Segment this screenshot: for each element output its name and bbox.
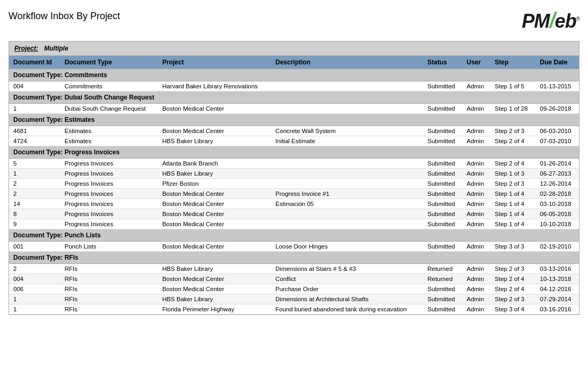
cell-step: Step 1 of 4	[491, 219, 536, 229]
cell-description	[271, 104, 423, 114]
cell-due-date: 06-27-2013	[536, 169, 579, 179]
cell-project: Boston Medical Center	[158, 199, 271, 209]
cell-project: Boston Medical Center	[158, 219, 271, 229]
cell-project: HBS Baker Library	[158, 169, 271, 179]
col-step: Step	[491, 56, 536, 69]
cell-doc-type: Progress Invoices	[60, 179, 158, 189]
cell-doc-id: 1	[9, 304, 60, 315]
cell-description: Progress Invoice #1	[271, 189, 423, 199]
cell-doc-id: 1	[9, 294, 60, 304]
cell-user: Admin	[463, 304, 491, 315]
cell-status: Submitted	[423, 209, 463, 219]
cell-doc-type: RFIs	[60, 284, 158, 294]
col-doc-id: Document Id	[9, 56, 60, 69]
table-row[interactable]: 1Progress InvoicesHBS Baker LibrarySubmi…	[9, 169, 579, 179]
workflow-table: Document Id Document Type Project Descri…	[9, 56, 579, 315]
cell-due-date: 09-26-2018	[536, 104, 579, 114]
cell-due-date: 04-12-2016	[536, 284, 579, 294]
table-row[interactable]: 5Progress InvoicesAtlanta Bank BranchSub…	[9, 159, 579, 169]
cell-due-date: 03-13-2016	[536, 264, 579, 274]
cell-project: Pfizer Boston	[158, 179, 271, 189]
cell-user: Admin	[463, 209, 491, 219]
cell-doc-id: 004	[9, 81, 60, 92]
col-status: Status	[423, 56, 463, 69]
table-row[interactable]: 1RFIsHBS Baker LibraryDimensions at Arch…	[9, 294, 579, 304]
cell-user: Admin	[463, 242, 491, 252]
cell-step: Step 2 of 3	[491, 179, 536, 189]
cell-doc-type: Estimates	[60, 136, 158, 146]
section-header-row: Document Type: Dubai South Change Reques…	[9, 92, 579, 104]
section-header-label: Document Type: Commitments	[9, 69, 579, 81]
cell-status: Submitted	[423, 304, 463, 315]
table-row[interactable]: 004CommitmentsHarvard Baker Library Reno…	[9, 81, 579, 92]
table-row[interactable]: 4724EstimatesHBS Baker LibraryInitial Es…	[9, 136, 579, 146]
cell-doc-type: Commitments	[60, 81, 158, 92]
cell-user: Admin	[463, 274, 491, 284]
table-row[interactable]: 004RFIsBoston Medical CenterConflictRetu…	[9, 274, 579, 284]
cell-status: Submitted	[423, 284, 463, 294]
cell-description: Concrete Wall System	[271, 126, 423, 136]
cell-doc-type: Progress Invoices	[60, 189, 158, 199]
cell-status: Submitted	[423, 199, 463, 209]
cell-status: Submitted	[423, 159, 463, 169]
cell-user: Admin	[463, 219, 491, 229]
cell-description: Purchase Order	[271, 284, 423, 294]
cell-doc-id: 1	[9, 169, 60, 179]
table-row[interactable]: 2RFIsHBS Baker LibraryDimensions at Stai…	[9, 264, 579, 274]
cell-due-date: 02-28-2018	[536, 189, 579, 199]
cell-due-date: 06-05-2018	[536, 209, 579, 219]
cell-doc-id: 2	[9, 179, 60, 189]
table-row[interactable]: 8Progress InvoicesBoston Medical CenterS…	[9, 209, 579, 219]
cell-user: Admin	[463, 179, 491, 189]
section-header-label: Document Type: RFIs	[9, 252, 579, 264]
cell-step: Step 1 of 28	[491, 104, 536, 114]
cell-doc-id: 2	[9, 264, 60, 274]
table-row[interactable]: 1RFIsFlorida Perimeter HighwayFound buri…	[9, 304, 579, 315]
col-project: Project	[158, 56, 271, 69]
table-row[interactable]: 001Punch ListsBoston Medical CenterLoose…	[9, 242, 579, 252]
logo-eb: eb	[555, 10, 576, 32]
cell-doc-type: RFIs	[60, 264, 158, 274]
section-header-row: Document Type: RFIs	[9, 252, 579, 264]
cell-doc-id: 4681	[9, 126, 60, 136]
cell-description: Estimación 05	[271, 199, 423, 209]
section-header-row: Document Type: Estimates	[9, 114, 579, 126]
cell-project: Boston Medical Center	[158, 284, 271, 294]
cell-project: HBS Baker Library	[158, 264, 271, 274]
cell-due-date: 06-03-2010	[536, 126, 579, 136]
cell-user: Admin	[463, 284, 491, 294]
cell-status: Submitted	[423, 219, 463, 229]
table-row[interactable]: 006RFIsBoston Medical CenterPurchase Ord…	[9, 284, 579, 294]
table-row[interactable]: 9Progress InvoicesBoston Medical CenterS…	[9, 219, 579, 229]
col-doc-type: Document Type	[60, 56, 158, 69]
cell-user: Admin	[463, 264, 491, 274]
table-row[interactable]: 2Progress InvoicesPfizer BostonSubmitted…	[9, 179, 579, 189]
cell-doc-id: 2	[9, 189, 60, 199]
col-description: Description	[271, 56, 423, 69]
project-value: Multiple	[44, 45, 68, 52]
cell-doc-type: Progress Invoices	[60, 219, 158, 229]
cell-due-date: 02-19-2010	[536, 242, 579, 252]
cell-status: Submitted	[423, 189, 463, 199]
logo-registered: ®	[576, 16, 579, 22]
cell-user: Admin	[463, 159, 491, 169]
cell-doc-id: 1	[9, 104, 60, 114]
cell-doc-id: 001	[9, 242, 60, 252]
page-title: Workflow Inbox By Project	[9, 11, 120, 22]
cell-step: Step 2 of 4	[491, 159, 536, 169]
cell-status: Submitted	[423, 242, 463, 252]
cell-doc-type: Punch Lists	[60, 242, 158, 252]
cell-project: Harvard Baker Library Renovations	[158, 81, 271, 92]
cell-status: Submitted	[423, 169, 463, 179]
section-header-row: Document Type: Punch Lists	[9, 229, 579, 242]
cell-doc-type: RFIs	[60, 274, 158, 284]
table-row[interactable]: 4681EstimatesBoston Medical CenterConcre…	[9, 126, 579, 136]
section-header-label: Document Type: Estimates	[9, 114, 579, 126]
table-row[interactable]: 14Progress InvoicesBoston Medical Center…	[9, 199, 579, 209]
cell-status: Submitted	[423, 104, 463, 114]
cell-status: Returned	[423, 274, 463, 284]
table-row[interactable]: 1Dubai South Change RequestBoston Medica…	[9, 104, 579, 114]
cell-status: Submitted	[423, 136, 463, 146]
cell-user: Admin	[463, 199, 491, 209]
table-row[interactable]: 2Progress InvoicesBoston Medical CenterP…	[9, 189, 579, 199]
